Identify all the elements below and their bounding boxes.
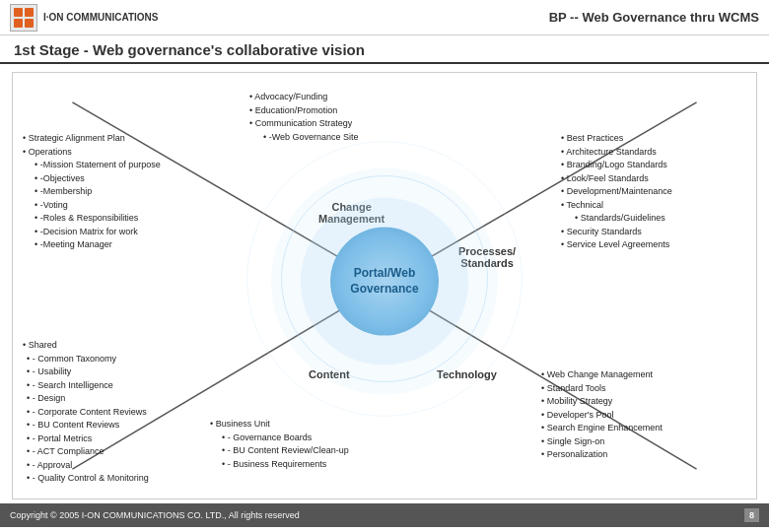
- left-section: Strategic Alignment Plan Operations -Mis…: [23, 132, 240, 252]
- footer-copyright: Copyright © 2005 I-ON COMMUNICATIONS CO.…: [10, 510, 300, 520]
- main-content: Portal/Web Governance ChangeManagement P…: [0, 64, 769, 503]
- bottom-center-section: Business Unit - Governance Boards - BU C…: [210, 418, 427, 471]
- change-management-label: ChangeManagement: [318, 201, 384, 225]
- footer: Copyright © 2005 I-ON COMMUNICATIONS CO.…: [0, 503, 769, 527]
- footer-right: 8: [744, 508, 759, 522]
- top-section: Advocacy/Funding Education/Promotion Com…: [249, 91, 359, 144]
- page-title-bar: 1st Stage - Web governance's collaborati…: [0, 35, 769, 64]
- center-circle: Portal/Web Governance: [330, 228, 439, 336]
- technology-label: Technology: [437, 368, 497, 380]
- logo-icon: [10, 4, 37, 32]
- svg-rect-3: [25, 19, 34, 28]
- right-section: Best Practices Architecture Standards Br…: [561, 132, 748, 252]
- diagram-box: Portal/Web Governance ChangeManagement P…: [12, 72, 757, 499]
- svg-rect-1: [25, 8, 34, 17]
- header: I·ON COMMUNICATIONS BP -- Web Governance…: [0, 0, 769, 35]
- page-number: 8: [744, 508, 759, 522]
- logo-area: I·ON COMMUNICATIONS: [10, 4, 158, 32]
- processes-standards-label: Processes/Standards: [458, 245, 516, 269]
- company-name: I·ON COMMUNICATIONS: [43, 12, 158, 23]
- header-title: BP -- Web Governance thru WCMS: [549, 10, 759, 25]
- svg-rect-2: [14, 19, 23, 28]
- page-title: 1st Stage - Web governance's collaborati…: [14, 41, 755, 58]
- bottom-right-section: Web Change Management Standard Tools Mob…: [541, 368, 748, 462]
- bottom-left-section: Shared - Common Taxonomy - Usability - S…: [23, 339, 210, 486]
- center-line2: Governance: [350, 282, 418, 296]
- content-label: Content: [309, 368, 350, 380]
- center-line1: Portal/Web: [354, 266, 415, 280]
- svg-rect-0: [14, 8, 23, 17]
